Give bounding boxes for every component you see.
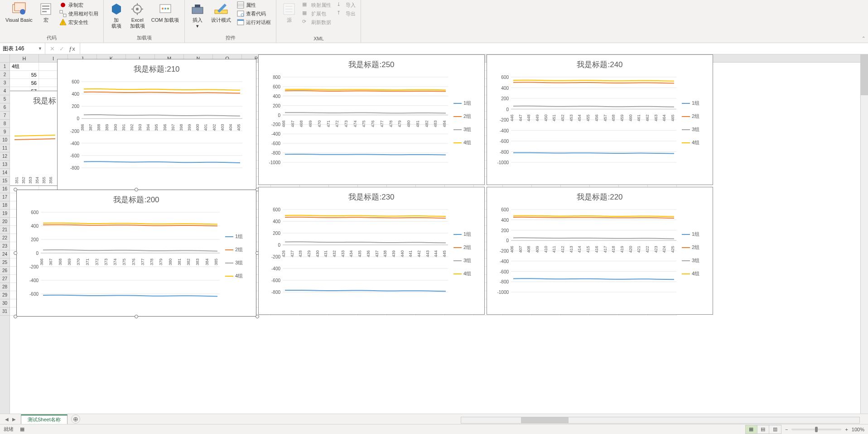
row-header[interactable]: 8 — [0, 120, 10, 128]
fx-button[interactable]: ƒx — [69, 45, 75, 52]
chart-0[interactable]: 我是标题:210 -800-600-400-2000200400600 3863… — [57, 59, 256, 190]
page-break-view-button[interactable]: ▥ — [769, 425, 781, 434]
properties-button[interactable]: 属性 — [236, 1, 272, 9]
row-header[interactable]: 31 — [0, 307, 10, 316]
row-header[interactable]: 4 — [0, 87, 10, 95]
svg-text:465: 465 — [670, 115, 675, 122]
row-header[interactable]: 21 — [0, 226, 10, 234]
chart-1[interactable]: 我是标题:250 -1000-800-600-400-2000200400600… — [258, 54, 485, 185]
import-button[interactable]: ⤓导入 — [335, 1, 357, 9]
relative-ref-button[interactable]: 使用相对引用 — [58, 10, 100, 18]
row-header[interactable]: 23 — [0, 242, 10, 250]
cancel-formula-button[interactable]: ✕ — [50, 45, 55, 52]
select-all-corner[interactable] — [0, 54, 10, 63]
row-header[interactable]: 5 — [0, 95, 10, 103]
run-dialog-button[interactable]: 运行对话框 — [236, 18, 272, 26]
col-header[interactable]: H — [10, 54, 39, 62]
view-code-button[interactable]: 查看代码 — [236, 10, 272, 18]
chart-legend: 1组2组3组4组 — [225, 208, 252, 305]
macro-record-icon[interactable]: ▦ — [20, 426, 24, 432]
chart-2[interactable]: 我是标题:240 -1000-800-600-400-2000200400600… — [487, 54, 713, 185]
horizontal-scrollbar[interactable] — [461, 416, 860, 424]
refresh-data-button[interactable]: ⟳刷新数据 — [301, 18, 333, 26]
svg-text:0: 0 — [77, 116, 79, 121]
zoom-slider[interactable] — [791, 429, 841, 430]
chart-title: 我是标题:240 — [487, 55, 713, 73]
visual-basic-button[interactable]: Visual Basic — [4, 1, 34, 24]
macro-icon — [39, 2, 53, 16]
row-header[interactable]: 27 — [0, 275, 10, 283]
row-header[interactable]: 14 — [0, 169, 10, 177]
row-header[interactable]: 11 — [0, 144, 10, 152]
expansion-pack-button[interactable]: ▦扩展包 — [301, 10, 333, 18]
excel-addins-button[interactable]: Excel 加载项 — [128, 1, 147, 30]
expand-icon: ▦ — [302, 10, 309, 17]
zoom-in-button[interactable]: + — [845, 427, 848, 432]
gear-icon — [130, 2, 145, 16]
row-header[interactable]: 7 — [0, 112, 10, 120]
chart-4[interactable]: 我是标题:230 -800-600-400-2000200400600 4264… — [258, 187, 485, 315]
design-mode-button[interactable]: 设计模式 — [209, 1, 233, 24]
svg-text:428: 428 — [298, 250, 303, 257]
row-header[interactable]: 1 — [0, 63, 10, 71]
row-header[interactable]: 12 — [0, 152, 10, 161]
svg-point-2 — [20, 9, 25, 15]
svg-text:466: 466 — [281, 121, 286, 127]
svg-text:380: 380 — [168, 258, 173, 265]
row-header[interactable]: 10 — [0, 136, 10, 144]
svg-text:434: 434 — [349, 250, 353, 257]
svg-text:398: 398 — [179, 124, 183, 131]
macros-button[interactable]: 宏 — [37, 1, 55, 24]
chart-title: 我是标题:200 — [17, 190, 256, 208]
insert-control-button[interactable]: 插入▾ — [188, 1, 207, 30]
row-header[interactable]: 18 — [0, 201, 10, 210]
code-icon — [237, 10, 244, 17]
row-header[interactable]: 6 — [0, 103, 10, 112]
row-header[interactable]: 24 — [0, 250, 10, 258]
formula-bar: ▼ ✕ ✓ ƒx — [0, 43, 868, 54]
addins-button[interactable]: 加 载项 — [107, 1, 125, 30]
vertical-scrollbar[interactable] — [860, 54, 868, 414]
confirm-formula-button[interactable]: ✓ — [59, 45, 64, 52]
chart-5[interactable]: 我是标题:220 -1000-800-600-400-2000200400600… — [487, 187, 713, 315]
com-addins-button[interactable]: COM 加载项 — [149, 1, 181, 24]
svg-text:454: 454 — [577, 115, 582, 122]
row-header[interactable]: 26 — [0, 267, 10, 275]
row-header[interactable]: 17 — [0, 193, 10, 201]
zoom-out-button[interactable]: − — [785, 427, 788, 432]
row-header[interactable]: 2 — [0, 71, 10, 79]
normal-view-button[interactable]: ▦ — [746, 425, 757, 434]
row-header[interactable]: 16 — [0, 185, 10, 193]
row-header[interactable]: 15 — [0, 177, 10, 185]
row-header[interactable]: 9 — [0, 128, 10, 136]
add-sheet-button[interactable]: ⊕ — [71, 414, 80, 424]
svg-text:432: 432 — [332, 250, 337, 257]
page-layout-view-button[interactable]: ▤ — [757, 425, 769, 434]
record-macro-button[interactable]: 录制宏 — [58, 1, 100, 9]
name-box[interactable]: ▼ — [0, 43, 45, 54]
row-header[interactable]: 13 — [0, 161, 10, 169]
xml-source-button[interactable]: 源 — [280, 1, 298, 24]
export-button[interactable]: ⤒导出 — [335, 10, 357, 18]
row-header[interactable]: 29 — [0, 291, 10, 299]
collapse-ribbon-button[interactable]: ⌃ — [862, 36, 865, 41]
row-header[interactable]: 28 — [0, 283, 10, 291]
row-header[interactable]: 30 — [0, 299, 10, 307]
svg-text:0: 0 — [506, 238, 509, 243]
row-header[interactable]: 19 — [0, 210, 10, 218]
zoom-level[interactable]: 100% — [852, 427, 864, 432]
macro-security-button[interactable]: !宏安全性 — [58, 18, 100, 26]
svg-text:0: 0 — [278, 243, 280, 248]
svg-text:461: 461 — [637, 115, 641, 122]
tab-nav[interactable]: ◀▶ — [0, 417, 21, 422]
row-header[interactable]: 22 — [0, 234, 10, 242]
name-box-input[interactable] — [3, 45, 34, 52]
name-box-dropdown[interactable]: ▼ — [38, 46, 42, 51]
map-properties-button[interactable]: ▦映射属性 — [301, 1, 333, 9]
row-header[interactable]: 3 — [0, 79, 10, 87]
svg-text:387: 387 — [88, 124, 93, 131]
sheet-tab-active[interactable]: 测试Sheet名称 — [21, 414, 68, 424]
row-header[interactable]: 20 — [0, 218, 10, 226]
chart-3[interactable]: 我是标题:200 -600-400-2000200400600 36636736… — [16, 190, 256, 317]
row-header[interactable]: 25 — [0, 258, 10, 267]
